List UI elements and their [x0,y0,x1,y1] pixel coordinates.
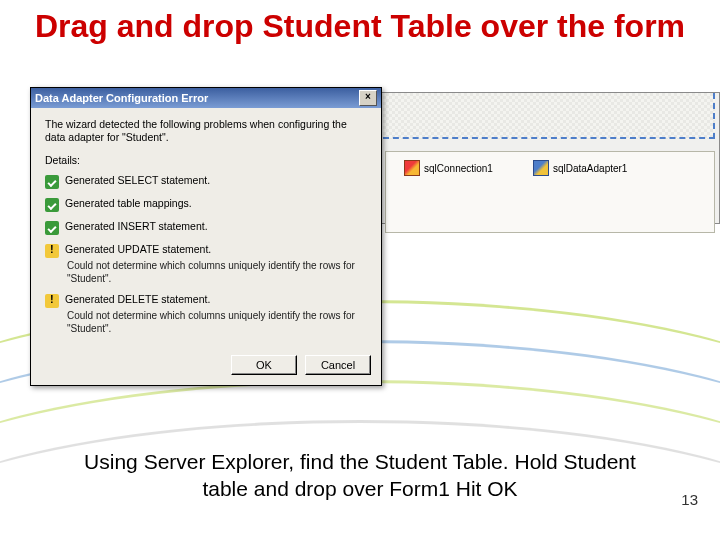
tray-item-label: sqlConnection1 [424,163,493,174]
warning-icon [45,294,59,308]
message-item: Generated SELECT statement. [45,170,367,193]
message-detail: Could not determine which columns unique… [67,310,367,335]
check-icon [45,198,59,212]
cancel-button[interactable]: Cancel [305,355,371,375]
sql-connection-icon [404,160,420,176]
message-item: Generated DELETE statement. Could not de… [45,289,367,339]
tray-item-adapter[interactable]: sqlDataAdapter1 [533,160,628,176]
tray-item-connection[interactable]: sqlConnection1 [404,160,493,176]
message-title: Generated SELECT statement. [65,174,367,187]
warning-icon [45,244,59,258]
message-title: Generated UPDATE statement. [65,243,367,258]
form1-design-surface[interactable] [383,93,715,139]
details-label: Details: [45,154,367,166]
dialog-titlebar[interactable]: Data Adapter Configuration Error × [31,88,381,108]
component-tray: sqlConnection1 sqlDataAdapter1 [385,151,715,233]
message-item: Generated UPDATE statement. Could not de… [45,239,367,289]
page-number: 13 [681,491,698,508]
message-item: Generated table mappings. [45,193,367,216]
slide-instruction: Using Server Explorer, find the Student … [60,448,660,503]
ok-button[interactable]: OK [231,355,297,375]
message-item: Generated INSERT statement. [45,216,367,239]
message-title: Generated table mappings. [65,197,367,210]
dialog-title: Data Adapter Configuration Error [35,92,208,104]
message-title: Generated INSERT statement. [65,220,367,233]
slide-title: Drag and drop Student Table over the for… [0,8,720,45]
message-detail: Could not determine which columns unique… [67,260,367,285]
close-button[interactable]: × [359,90,377,106]
message-title: Generated DELETE statement. [65,293,367,308]
check-icon [45,175,59,189]
check-icon [45,221,59,235]
form-designer: sqlConnection1 sqlDataAdapter1 [380,92,720,224]
dialog-intro-text: The wizard detected the following proble… [45,118,367,144]
message-list: Generated SELECT statement. Generated ta… [45,170,367,339]
tray-item-label: sqlDataAdapter1 [553,163,628,174]
data-adapter-error-dialog: Data Adapter Configuration Error × The w… [30,87,382,386]
sql-data-adapter-icon [533,160,549,176]
